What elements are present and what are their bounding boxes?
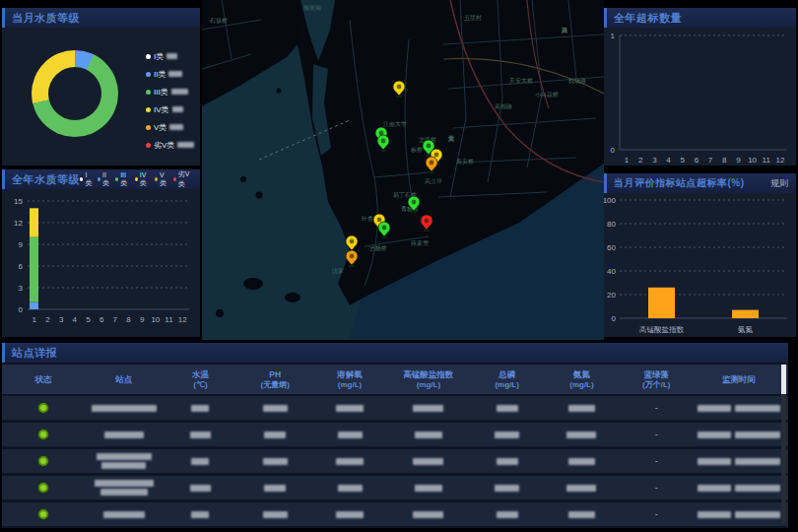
redacted-value: [413, 458, 443, 465]
legend-label: I类: [154, 51, 164, 62]
panel-header-year-exceed: 全年超标数量: [604, 8, 796, 28]
svg-text:7: 7: [113, 315, 118, 324]
station-cell: [85, 453, 164, 469]
legend-item-V类[interactable]: V类: [146, 118, 194, 136]
redacted-value: [415, 432, 442, 438]
redacted-station: [95, 480, 154, 487]
legend-dot: [146, 125, 151, 130]
value-cell: [164, 405, 238, 412]
redacted-value: [168, 71, 182, 77]
svg-text:8: 8: [722, 156, 727, 165]
map-label: 小白花桥: [535, 92, 559, 99]
algae-cell: -: [619, 430, 694, 439]
svg-text:3: 3: [19, 284, 24, 293]
table-row[interactable]: -: [2, 423, 788, 446]
svg-text:6: 6: [100, 315, 104, 324]
table-scrollbar[interactable]: [781, 365, 786, 524]
value-cell: [470, 405, 545, 412]
svg-text:6: 6: [695, 156, 699, 165]
legend-item-劣V类[interactable]: 劣V类: [173, 169, 192, 189]
map-label: 石坂桥: [209, 17, 228, 25]
map-label: 五星村: [464, 15, 482, 22]
redacted-value: [263, 511, 288, 518]
redacted-value: [338, 432, 363, 438]
column-header-algae: 蓝绿藻(万个/L): [619, 369, 694, 390]
legend-item-I类[interactable]: I类: [80, 171, 93, 188]
year-quality-legend: I类II类III类IV类V类劣V类: [80, 169, 192, 189]
status-cell: [2, 483, 85, 493]
redacted-value: [263, 458, 288, 465]
map-canvas[interactable]: 石坂桥渔亮街五星村高浪路机场路天安大桥小白花桥吴都路江南大学北亚桥板桥立信大道寿…: [202, 0, 604, 344]
redacted-value: [497, 458, 518, 465]
svg-text:1: 1: [33, 315, 37, 324]
svg-text:5: 5: [86, 315, 91, 324]
map-label: 吴都路: [495, 103, 512, 110]
redacted-date: [698, 485, 731, 492]
year-exceed-chart: 10123456789101112: [604, 28, 796, 171]
legend-label: V类: [154, 122, 166, 133]
value-cell: [470, 432, 545, 438]
legend-item-IV类[interactable]: IV类: [135, 171, 150, 188]
rules-link[interactable]: 规则: [770, 177, 788, 190]
redacted-value: [566, 432, 596, 438]
map-label: 薛家里: [411, 239, 430, 246]
value-cell: [312, 485, 387, 492]
legend-item-III类[interactable]: III类: [146, 83, 194, 100]
panel-header-station-table: 站点详报: [2, 343, 788, 363]
redacted-value: [413, 405, 443, 412]
value-cell: [312, 511, 387, 518]
station-cell: [85, 405, 164, 412]
svg-text:1: 1: [625, 156, 630, 165]
legend-dot: [146, 72, 151, 77]
legend-item-II类[interactable]: II类: [98, 171, 110, 188]
table-scrollbar-thumb[interactable]: [781, 365, 786, 394]
legend-item-I类[interactable]: I类: [146, 47, 194, 65]
redacted-value: [264, 485, 286, 492]
panel-title-month-rate: 当月评价指标站点超标率(%): [614, 176, 745, 190]
svg-text:氨氮: 氨氮: [738, 325, 754, 334]
redacted-date: [698, 458, 731, 465]
legend-item-III类[interactable]: III类: [115, 171, 130, 188]
map-label: 渔亮街: [303, 4, 322, 12]
redacted-value: [263, 405, 288, 412]
table-row[interactable]: -: [2, 449, 788, 473]
redacted-date: [698, 511, 731, 518]
redacted-value: [171, 89, 188, 95]
station-cell: [85, 480, 164, 496]
svg-text:1: 1: [611, 32, 616, 40]
value-cell: [312, 432, 387, 438]
svg-text:4: 4: [666, 156, 671, 165]
table-row[interactable]: -: [2, 502, 788, 526]
algae-value: -: [655, 403, 658, 413]
panel-title-year-exceed: 全年超标数量: [614, 11, 682, 26]
legend-item-劣V类[interactable]: 劣V类: [146, 136, 194, 154]
redacted-time: [735, 458, 780, 465]
algae-value: -: [655, 456, 658, 466]
redacted-station: [103, 511, 145, 518]
month-rate-bar-chart: 020406080100高锰酸盐指数氨氮: [604, 193, 796, 341]
column-header-nh3n: 氨氮(mg/L): [545, 369, 620, 390]
column-header-codmn: 高锰酸盐指数(mg/L): [387, 369, 470, 390]
redacted-station: [100, 489, 148, 496]
svg-text:12: 12: [775, 156, 784, 165]
redacted-date: [698, 405, 731, 412]
value-cell: [312, 458, 387, 465]
redacted-value: [566, 485, 596, 492]
panel-header-year-quality: 全年水质等级 I类II类III类IV类V类劣V类: [2, 169, 200, 189]
value-cell: [545, 432, 620, 438]
panel-map[interactable]: 石坂桥渔亮街五星村高浪路机场路天安大桥小白花桥吴都路江南大学北亚桥板桥立信大道寿…: [202, 0, 604, 340]
legend-label: IV类: [154, 104, 169, 115]
value-cell: [387, 485, 470, 492]
algae-cell: -: [619, 403, 694, 413]
table-row[interactable]: -: [2, 476, 788, 499]
value-cell: [387, 458, 470, 465]
legend-item-II类[interactable]: II类: [146, 65, 194, 83]
algae-cell: -: [619, 456, 694, 466]
legend-item-IV类[interactable]: IV类: [146, 100, 194, 118]
legend-dot: [146, 107, 151, 112]
panel-title-year-quality: 全年水质等级: [12, 172, 80, 187]
legend-item-V类[interactable]: V类: [155, 171, 168, 188]
table-row[interactable]: -: [2, 396, 788, 420]
value-cell: [387, 432, 470, 438]
svg-text:60: 60: [607, 243, 616, 252]
